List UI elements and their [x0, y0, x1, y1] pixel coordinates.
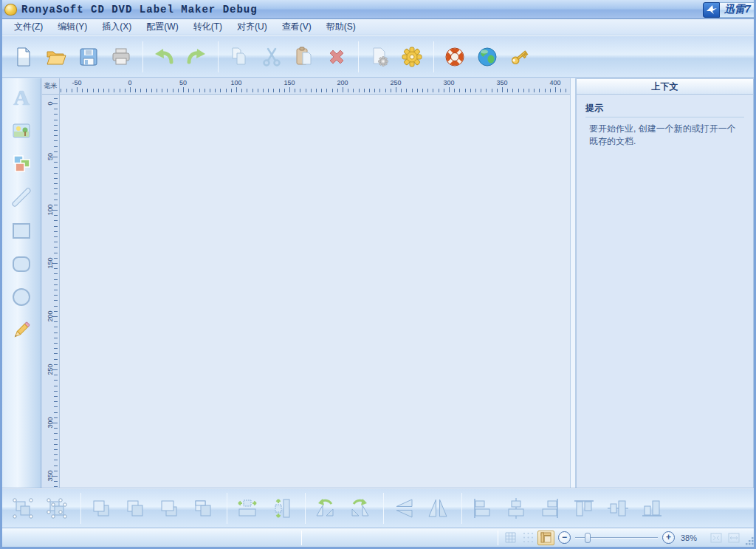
text-tool-button[interactable]: A: [7, 84, 36, 111]
menu-edit[interactable]: 编辑(Y): [51, 19, 94, 35]
align-top-button[interactable]: [570, 492, 598, 525]
image-icon: [11, 120, 32, 141]
undo-button[interactable]: [149, 41, 179, 73]
resize-grip[interactable]: [744, 536, 755, 546]
send-backward-button[interactable]: [189, 492, 217, 525]
hint-section-title: 提示: [585, 102, 744, 115]
ruler-tick: [120, 89, 120, 92]
ruler-tick: [439, 89, 439, 92]
ruler-tick: [550, 89, 551, 92]
ruler-tick: [178, 89, 179, 92]
rotate-right-button[interactable]: [346, 492, 374, 525]
ruler-tick: [396, 87, 396, 92]
copy-button[interactable]: [224, 41, 254, 73]
align-center-button[interactable]: [502, 492, 530, 525]
ruler-tick: [54, 220, 58, 221]
line-tool-button[interactable]: [7, 184, 36, 211]
xunlei-bird-icon[interactable]: [703, 2, 720, 18]
menu-help[interactable]: 帮助(S): [320, 19, 362, 35]
settings-button[interactable]: [397, 41, 427, 73]
ruler-tick: [54, 481, 58, 482]
ellipse-tool-button[interactable]: [7, 284, 36, 310]
align-right-button[interactable]: [536, 492, 564, 525]
ruler-tick: [183, 87, 184, 92]
menu-align[interactable]: 对齐(U): [230, 19, 274, 35]
align-bottom-button[interactable]: [638, 492, 666, 525]
new-document-icon: [13, 46, 35, 68]
ruler-tick: [337, 89, 338, 92]
zoom-in-button[interactable]: +: [662, 531, 675, 544]
same-width-button[interactable]: [233, 492, 261, 525]
help-button[interactable]: [440, 41, 470, 73]
new-document-button[interactable]: [9, 41, 38, 73]
ruler-tick: [492, 89, 492, 92]
send-to-back-button[interactable]: [121, 492, 149, 525]
snap-to-grid-toggle[interactable]: [520, 531, 537, 545]
ruler-tick: [300, 89, 300, 92]
pencil-tool-button[interactable]: [7, 317, 36, 344]
ruler-tick: [54, 236, 58, 237]
print-button[interactable]: [106, 41, 136, 73]
same-height-icon: [269, 497, 293, 520]
ruler-tick: [173, 89, 173, 92]
page-setup-icon: [368, 46, 391, 68]
same-height-button[interactable]: [267, 492, 295, 525]
zoom-slider-thumb[interactable]: [585, 533, 591, 543]
status-panel-left: [0, 528, 301, 547]
rotate-left-button[interactable]: [312, 492, 340, 525]
xunlei-overlay[interactable]: 迅雷7: [703, 1, 756, 18]
ruler-tick: [54, 311, 58, 312]
flip-horizontal-button[interactable]: [424, 492, 452, 525]
rounded-rectangle-tool-button[interactable]: [7, 250, 36, 277]
align-bottom-icon: [640, 497, 664, 520]
ruler-tick: [54, 471, 58, 471]
flip-vertical-button[interactable]: [390, 492, 418, 525]
menu-file[interactable]: 文件(Z): [7, 19, 49, 35]
image-tool-button[interactable]: [7, 117, 36, 144]
redo-button[interactable]: [182, 41, 211, 73]
align-left-button[interactable]: [468, 492, 496, 525]
page-setup-button[interactable]: [365, 41, 394, 73]
design-canvas[interactable]: [60, 95, 570, 488]
menu-convert[interactable]: 转化(T): [187, 19, 229, 35]
zoom-slider[interactable]: [575, 532, 658, 544]
ruler-tick: [199, 89, 200, 92]
group-button[interactable]: [9, 492, 37, 525]
ruler-tick: [465, 89, 466, 92]
zoom-out-button[interactable]: −: [558, 531, 571, 544]
ruler-tick: [93, 89, 94, 92]
ungroup-button[interactable]: [43, 492, 71, 525]
cut-button[interactable]: [257, 41, 286, 73]
ruler-tick: [343, 87, 343, 92]
ruler-tick: [54, 109, 58, 109]
ruler-tick: [422, 89, 423, 92]
bring-forward-button[interactable]: [155, 492, 183, 525]
website-button[interactable]: [472, 41, 502, 73]
send-backward-icon: [191, 497, 215, 520]
register-button[interactable]: [505, 41, 535, 73]
open-folder-button[interactable]: [41, 41, 71, 73]
save-button[interactable]: [74, 41, 103, 73]
bring-to-front-button[interactable]: [87, 492, 115, 525]
rectangle-tool-button[interactable]: [7, 217, 36, 244]
ruler-tick: [364, 89, 365, 92]
ruler-tick: [54, 460, 58, 460]
show-grid-toggle[interactable]: [502, 531, 519, 545]
menu-configure[interactable]: 配置(W): [140, 19, 185, 35]
paste-button[interactable]: [289, 41, 319, 73]
fit-width-button[interactable]: [725, 531, 742, 545]
clipart-tool-button[interactable]: [7, 151, 36, 177]
ruler-tick: [54, 188, 58, 189]
panel-splitter[interactable]: [570, 78, 576, 488]
title-bar[interactable]: RonyaSoft CD DVD Label Maker Debug 迅雷7: [0, 0, 756, 19]
menu-view[interactable]: 查看(V): [275, 19, 318, 35]
align-middle-button[interactable]: [604, 492, 632, 525]
fit-page-button[interactable]: [707, 531, 724, 545]
delete-button[interactable]: [322, 41, 351, 73]
show-rulers-toggle[interactable]: [537, 531, 554, 545]
rectangle-icon: [11, 220, 32, 241]
ruler-label: 350: [491, 79, 513, 86]
ruler-tick: [523, 89, 524, 92]
ruler-tick: [54, 295, 58, 296]
menu-insert[interactable]: 插入(X): [95, 19, 138, 35]
